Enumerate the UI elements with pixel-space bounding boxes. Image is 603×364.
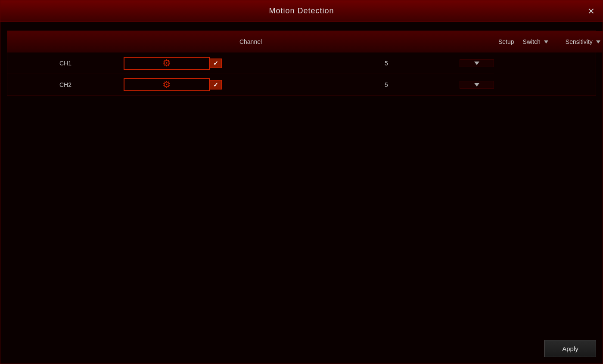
channel-label-ch1: CH1 — [7, 60, 124, 67]
close-button[interactable]: ✕ — [587, 7, 595, 15]
content-area: Channel Setup Switch Sensitivity — [0, 22, 603, 364]
title-bar: Motion Detection ✕ — [0, 0, 603, 22]
header-setup: Setup — [494, 31, 519, 52]
header-channel: Channel — [7, 31, 494, 52]
header-switch: Switch — [519, 31, 553, 52]
sensitivity-header-chevron-icon — [596, 40, 600, 43]
sensitivity-chevron-icon-ch2 — [474, 83, 479, 86]
sensitivity-dropdown-ch2[interactable] — [460, 81, 494, 89]
header-switch-spacer — [553, 31, 561, 52]
setup-gear-icon-ch1[interactable]: ⚙ — [124, 58, 209, 69]
motion-detection-table: Channel Setup Switch Sensitivity — [7, 31, 596, 96]
setup-gear-icon-ch2[interactable]: ⚙ — [124, 79, 209, 90]
header-sensitivity: Sensitivity — [561, 31, 603, 52]
sensitivity-chevron-btn-ch1[interactable] — [460, 59, 494, 67]
motion-detection-dialog: Motion Detection ✕ Channel Setup Switch — [0, 0, 603, 364]
switch-cell-ch1 — [210, 59, 279, 68]
switch-header-chevron-icon — [544, 40, 548, 43]
sensitivity-value-ch2: 5 — [352, 81, 421, 88]
switch-toggle-ch2[interactable] — [210, 80, 222, 89]
setup-cell-ch2: ⚙ — [124, 78, 210, 91]
table-row: CH2 ⚙ 5 — [7, 74, 494, 96]
setup-cell-ch1: ⚙ — [124, 57, 210, 70]
apply-button[interactable]: Apply — [544, 340, 596, 357]
sensitivity-chevron-btn-ch2[interactable] — [460, 81, 494, 89]
footer-bar: Apply — [7, 336, 596, 357]
sensitivity-value-ch1: 5 — [352, 60, 421, 67]
sensitivity-dropdown-ch1[interactable] — [460, 59, 494, 67]
channel-label-ch2: CH2 — [7, 81, 124, 88]
channel-table: Channel Setup Switch Sensitivity — [7, 31, 603, 96]
switch-toggle-ch1[interactable] — [210, 59, 222, 68]
dialog-title: Motion Detection — [269, 6, 334, 15]
sensitivity-chevron-icon-ch1 — [474, 62, 479, 65]
table-row: CH1 ⚙ 5 — [7, 52, 494, 74]
table-header-row: Channel Setup Switch Sensitivity — [7, 31, 603, 52]
switch-cell-ch2 — [210, 80, 279, 89]
